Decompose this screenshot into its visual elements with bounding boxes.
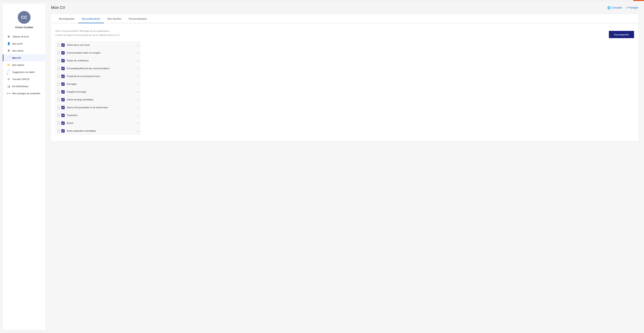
pub-chevron-communication-congres[interactable]: › (137, 51, 138, 54)
sidebar-item-mon-cv[interactable]: 📄 Mon CV (3, 54, 46, 62)
drag-handle-chapitre-ouvrage[interactable] (58, 90, 60, 94)
pub-chevron-notice-encyclopedie[interactable]: › (137, 106, 138, 109)
sidebar-item-label-ma-bibliotheque: Ma bibliothèque (12, 85, 28, 88)
pub-checkbox-traduction[interactable] (62, 114, 64, 117)
pub-chevron-article-blog[interactable]: › (137, 98, 138, 101)
drag-handle-autre-publication[interactable] (58, 129, 60, 132)
pub-label-poster-conference: Poster de conférence (67, 59, 136, 62)
content-area: Gérer et personnaliser l'affichage de vo… (51, 23, 638, 141)
pub-chevron-article-revue[interactable]: › (137, 44, 138, 47)
sidebar-item-label-mon-idhal: Mon IdHAL (12, 50, 24, 52)
pub-chevron-ouvrages[interactable]: › (137, 82, 138, 86)
pub-checkbox-notice-encyclopedie[interactable] (62, 106, 64, 109)
pub-checkbox-article-blog[interactable] (62, 98, 64, 101)
pub-checkbox-autre-publication[interactable] (62, 129, 64, 132)
nav-icon-mon-profil: 👤 (7, 42, 10, 46)
tab-ma-biographie[interactable]: Ma biographie (55, 14, 78, 23)
pub-chevron-brevet[interactable]: › (137, 122, 138, 125)
pub-item-article-revue[interactable]: Article dans une revue › (55, 42, 140, 48)
sidebar-username: Cerise Courbet (15, 26, 33, 29)
header-actions: 🌐Consulter↗Partager (607, 6, 638, 10)
pub-label-nspecial-revue: N°spécial de revue/special issue (67, 75, 136, 78)
pub-checkbox-communication-congres[interactable] (62, 51, 64, 54)
page-header: Mon CV 🌐Consulter↗Partager (51, 5, 638, 10)
nav-icon-mon-idhal: ❋ (7, 49, 10, 52)
pub-item-nspecial-revue[interactable]: N°spécial de revue/special issue › (55, 73, 140, 80)
drag-handle-ouvrages[interactable] (58, 82, 60, 86)
pub-checkbox-poster-conference[interactable] (62, 59, 64, 62)
page-title: Mon CV (51, 5, 65, 10)
sidebar-item-label-suggestions-de-depot: Suggestions de dépôt (12, 71, 34, 74)
drag-handle-article-blog[interactable] (58, 98, 60, 101)
pub-item-traduction[interactable]: Traduction › (55, 112, 140, 119)
tab-mes-publications[interactable]: Mes publications (78, 14, 104, 23)
sidebar-item-suggestions-de-depot[interactable]: 📄+ Suggestions de dépôt (3, 68, 46, 76)
sidebar-user-area: CC Cerise Courbet (3, 8, 46, 33)
drag-handle-poster-conference[interactable] (58, 59, 60, 62)
drag-handle-traduction[interactable] (58, 114, 60, 117)
pub-label-proceedings-recueil: Proceedings/Recueil des communications (67, 67, 136, 70)
sidebar-item-transfert-orcid[interactable]: ⊙ Transfert ORCID (3, 76, 46, 83)
sidebar-item-label-mes-partages-de-proprietes: Mes partages de propriétés (12, 92, 40, 95)
drag-handle-nspecial-revue[interactable] (58, 75, 60, 78)
nav-icon-mon-cv: 📄 (7, 56, 10, 60)
tabs-container: Ma biographieMes publicationsMes facette… (51, 14, 638, 23)
nav-icon-suggestions-de-depot: 📄+ (7, 70, 10, 74)
nav-icon-ma-bibliotheque: 📊 (7, 84, 10, 88)
nav-icon-transfert-orcid: ⊙ (7, 77, 10, 81)
consulter-link[interactable]: 🌐Consulter (607, 6, 622, 10)
pub-item-article-blog[interactable]: Article de blog scientifique › (55, 96, 140, 103)
pub-chevron-poster-conference[interactable]: › (137, 59, 138, 62)
partager-link[interactable]: ↗Partager (626, 6, 638, 10)
sidebar-item-mon-idhal[interactable]: ❋ Mon IdHAL (3, 47, 46, 54)
pub-label-communication-congres: Communication dans un congrès (67, 52, 136, 54)
drag-handle-communication-congres[interactable] (58, 51, 60, 54)
pub-item-brevet[interactable]: Brevet › (55, 120, 140, 127)
pub-label-traduction: Traduction (67, 114, 136, 116)
pub-chevron-traduction[interactable]: › (137, 114, 138, 117)
tab-personnalisation[interactable]: Personnalisation (125, 14, 150, 23)
sidebar-item-mes-partages-de-proprietes[interactable]: ⟷ Mes partages de propriétés (3, 90, 46, 97)
drag-handle-brevet[interactable] (58, 122, 60, 125)
main-content: Mon CV 🌐Consulter↗Partager Ma biographie… (46, 1, 644, 333)
drag-handle-proceedings-recueil[interactable] (58, 67, 60, 70)
avatar: CC (18, 11, 30, 24)
pub-label-article-revue: Article dans une revue (67, 44, 136, 46)
pub-checkbox-ouvrages[interactable] (62, 82, 64, 86)
pub-label-ouvrages: Ouvrages (67, 83, 136, 85)
pub-item-chapitre-ouvrage[interactable]: Chapitre d'ouvrage › (55, 88, 140, 96)
sidebar-item-mes-depots[interactable]: 📁 Mes dépôts (3, 62, 46, 68)
pub-item-autre-publication[interactable]: Autre publication scientifique › (55, 128, 140, 134)
sidebar-item-label-mes-depots: Mes dépôts (12, 64, 24, 66)
pub-item-poster-conference[interactable]: Poster de conférence › (55, 57, 140, 64)
pub-label-notice-encyclopedie: Notice d'encyclopédie ou de dictionnaire (67, 106, 136, 109)
pub-chevron-autre-publication[interactable]: › (137, 129, 138, 132)
sidebar-item-ma-bibliotheque[interactable]: 📊 Ma bibliothèque (3, 83, 46, 90)
pub-checkbox-article-revue[interactable] (62, 44, 64, 47)
pub-label-chapitre-ouvrage: Chapitre d'ouvrage (67, 90, 136, 93)
pub-checkbox-proceedings-recueil[interactable] (62, 67, 64, 70)
pub-chevron-nspecial-revue[interactable]: › (137, 75, 138, 78)
tab-mes-facettes[interactable]: Mes facettes (104, 14, 125, 23)
consulter-icon: 🌐 (607, 6, 611, 10)
save-button[interactable]: Sauvegarder (609, 31, 634, 38)
pub-chevron-chapitre-ouvrage[interactable]: › (137, 90, 138, 94)
pub-checkbox-chapitre-ouvrage[interactable] (62, 90, 64, 94)
nav-icon-tableau-de-bord: ⊞ (7, 35, 10, 38)
sidebar: CC Cerise Courbet ⊞ Tableau de bord 👤 Mo… (3, 4, 46, 330)
drag-handle-notice-encyclopedie[interactable] (58, 106, 60, 109)
pub-label-brevet: Brevet (67, 122, 136, 124)
sidebar-item-tableau-de-bord[interactable]: ⊞ Tableau de bord (3, 33, 46, 40)
pub-item-communication-congres[interactable]: Communication dans un congrès › (55, 49, 140, 56)
pub-checkbox-nspecial-revue[interactable] (62, 75, 64, 78)
pub-item-ouvrages[interactable]: Ouvrages › (55, 80, 140, 88)
sidebar-item-label-mon-cv: Mon CV (12, 56, 21, 59)
nav-icon-mes-depots: 📁 (7, 63, 10, 67)
sidebar-item-mon-profil[interactable]: 👤 Mon profil (3, 40, 46, 47)
pub-item-notice-encyclopedie[interactable]: Notice d'encyclopédie ou de dictionnaire… (55, 104, 140, 111)
pub-checkbox-brevet[interactable] (62, 122, 64, 125)
pub-chevron-proceedings-recueil[interactable]: › (137, 67, 138, 70)
pub-item-proceedings-recueil[interactable]: Proceedings/Recueil des communications › (55, 65, 140, 72)
drag-handle-article-revue[interactable] (58, 44, 60, 47)
pub-label-article-blog: Article de blog scientifique (67, 98, 136, 101)
